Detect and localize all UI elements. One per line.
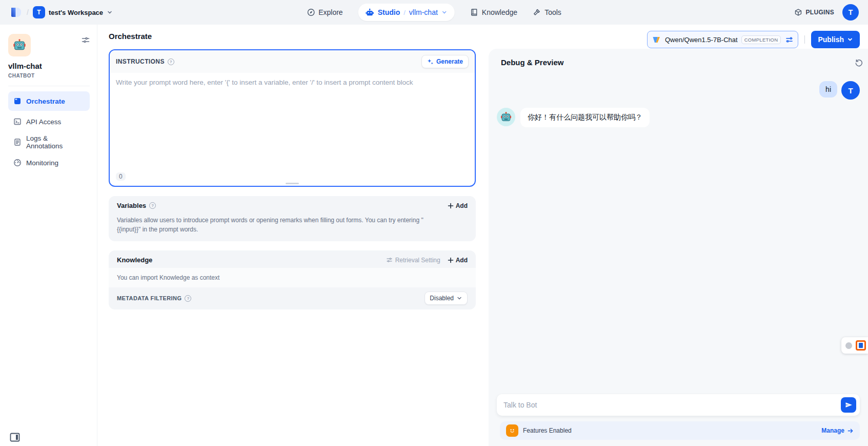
- add-label: Add: [456, 257, 468, 264]
- variables-description: Variables allow users to introduce promp…: [109, 214, 437, 241]
- plugins-button[interactable]: PLUGINS: [794, 8, 834, 16]
- knowledge-card: Knowledge Retrieval Setting Add You can …: [109, 250, 476, 309]
- help-icon[interactable]: [168, 59, 174, 65]
- collapse-sidebar-icon[interactable]: [10, 433, 20, 442]
- bot-message-avatar: [497, 108, 515, 126]
- app-settings-icon[interactable]: [82, 36, 90, 44]
- widget-orange-icon: [856, 340, 866, 351]
- chat-input-row: [497, 394, 860, 416]
- user-message-bubble: hi: [819, 81, 837, 98]
- nav-right: PLUGINS T: [794, 4, 859, 21]
- variables-card: Variables Add Variables allow users to i…: [109, 196, 476, 241]
- nav-studio-pill[interactable]: Studio vllm-chat: [358, 4, 455, 21]
- chevron-down-icon: [847, 36, 853, 43]
- nav-explore-label: Explore: [318, 8, 342, 16]
- plugins-label: PLUGINS: [806, 9, 834, 16]
- send-icon: [844, 401, 853, 409]
- send-button[interactable]: [841, 397, 856, 413]
- robot-avatar-icon: [500, 111, 512, 123]
- char-count: 0: [116, 172, 126, 181]
- chat-input[interactable]: [497, 394, 860, 416]
- orchestrate-icon: [13, 97, 22, 105]
- generate-button[interactable]: Generate: [421, 55, 469, 68]
- bot-message-row: 你好！有什么问题我可以帮助你吗？: [497, 108, 860, 127]
- app-header: [8, 34, 90, 56]
- workspace-name: test's Workspace: [49, 9, 103, 16]
- features-bar: Features Enabled Manage: [500, 421, 860, 440]
- sidebar-item-api-access[interactable]: API Access: [8, 112, 90, 131]
- features-label: Features Enabled: [523, 427, 572, 434]
- knowledge-title: Knowledge: [117, 256, 152, 264]
- model-name: Qwen/Qwen1.5-7B-Chat: [665, 36, 738, 44]
- metadata-filtering-select[interactable]: Disabled: [425, 292, 468, 305]
- nav-center: Explore Studio vllm-chat Knowledge Tools: [307, 0, 561, 25]
- sidebar-item-logs-annotations[interactable]: Logs & Annotations: [8, 132, 90, 152]
- divider: [804, 35, 805, 44]
- sidebar-item-label: Logs & Annotations: [26, 134, 85, 150]
- instructions-card: INSTRUCTIONS Generate Write your prompt …: [109, 49, 476, 187]
- model-mode-badge: COMPLETION: [741, 35, 781, 44]
- explore-icon: [307, 8, 315, 16]
- user-avatar[interactable]: T: [842, 4, 859, 21]
- page-title: Orchestrate: [109, 32, 476, 41]
- dify-logo-icon[interactable]: [9, 6, 23, 19]
- sidebar-item-orchestrate[interactable]: Orchestrate: [8, 91, 90, 111]
- sidebar-item-label: Orchestrate: [26, 98, 65, 105]
- app-sidebar: vllm-chat CHATBOT Orchestrate API Access…: [0, 25, 97, 446]
- sparkles-icon: [427, 59, 434, 65]
- nav-knowledge-label: Knowledge: [482, 8, 517, 16]
- chat-area: hi T 你好！有: [489, 67, 868, 394]
- nav-knowledge[interactable]: Knowledge: [470, 8, 517, 16]
- app-icon[interactable]: [8, 34, 31, 56]
- debug-preview-panel: Debug & Preview hi T: [489, 49, 868, 446]
- add-knowledge-button[interactable]: Add: [448, 257, 468, 264]
- add-variable-button[interactable]: Add: [448, 202, 468, 209]
- restart-conversation-icon[interactable]: [855, 59, 863, 67]
- nav-tools-label: Tools: [544, 8, 561, 16]
- retrieval-setting-button[interactable]: Retrieval Setting: [386, 257, 440, 264]
- publish-label: Publish: [818, 35, 844, 44]
- prompt-editor[interactable]: Write your prompt word here, enter '{' t…: [110, 73, 475, 186]
- help-icon[interactable]: [185, 295, 191, 302]
- bot-message-bubble: 你好！有什么问题我可以帮助你吗？: [520, 108, 650, 127]
- plus-icon: [448, 203, 454, 209]
- help-icon[interactable]: [149, 202, 156, 209]
- nav-tools[interactable]: Tools: [533, 8, 561, 16]
- workspace-avatar: T: [33, 6, 45, 18]
- orchestrate-panel: Orchestrate INSTRUCTIONS Generate Write …: [97, 25, 489, 446]
- book-icon: [470, 8, 478, 16]
- nav-separator: [27, 8, 29, 17]
- add-label: Add: [456, 202, 468, 209]
- nav-current-app[interactable]: vllm-chat: [409, 8, 438, 16]
- user-message-avatar: T: [841, 81, 860, 100]
- nav-studio-label: Studio: [378, 8, 400, 16]
- sidebar-item-monitoring[interactable]: Monitoring: [8, 153, 90, 172]
- app-name: vllm-chat: [8, 62, 90, 70]
- chevron-down-icon[interactable]: [441, 9, 448, 15]
- main-shell: vllm-chat CHATBOT Orchestrate API Access…: [0, 25, 868, 446]
- publish-button[interactable]: Publish: [811, 31, 860, 48]
- divider: [8, 86, 90, 86]
- features-icon: [506, 424, 518, 437]
- floating-extension-widget[interactable]: [841, 337, 868, 354]
- robot-avatar-icon: [12, 38, 27, 52]
- resize-handle[interactable]: [286, 183, 299, 184]
- arrow-right-icon: [847, 428, 854, 434]
- model-selector[interactable]: Qwen/Qwen1.5-7B-Chat COMPLETION: [647, 31, 798, 48]
- workspace-selector[interactable]: T test's Workspace: [33, 6, 113, 18]
- sidebar-item-label: API Access: [26, 118, 61, 126]
- metadata-filtering-value: Disabled: [430, 295, 454, 302]
- retrieval-setting-label: Retrieval Setting: [395, 257, 440, 264]
- hammer-icon: [533, 8, 541, 16]
- nav-explore[interactable]: Explore: [307, 8, 342, 16]
- robot-icon: [366, 8, 374, 17]
- nav-separator: [403, 8, 406, 17]
- model-params-icon[interactable]: [785, 36, 793, 44]
- variables-title: Variables: [117, 202, 146, 209]
- metadata-filtering-title: METADATA FILTERING: [117, 295, 181, 301]
- chevron-down-icon: [456, 295, 462, 301]
- plus-icon: [448, 257, 454, 263]
- package-icon: [794, 8, 802, 16]
- manage-features-button[interactable]: Manage: [821, 427, 854, 434]
- nav-left: T test's Workspace: [9, 6, 113, 19]
